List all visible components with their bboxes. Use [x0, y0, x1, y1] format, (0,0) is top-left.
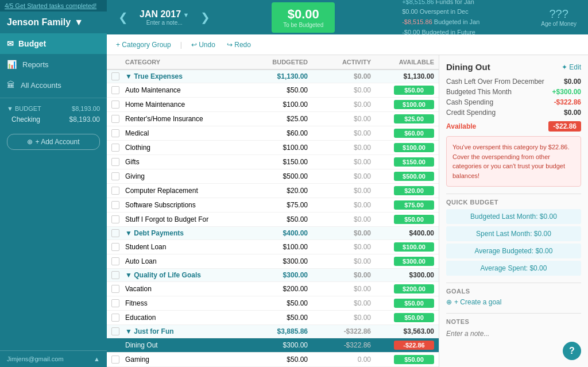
row-available: $1,130.00 [371, 72, 434, 80]
row-checkbox[interactable] [111, 243, 119, 251]
notes-input[interactable] [446, 330, 581, 338]
row-budgeted[interactable]: $150.00 [245, 158, 308, 166]
table-row[interactable]: ▼ Just for Fun$3,885.86-$322.86$3,563.00 [107, 325, 439, 338]
row-budgeted[interactable]: $300.00 [245, 257, 308, 265]
quick-budget-item[interactable]: Budgeted Last Month: $0.00 [446, 209, 581, 224]
table-row[interactable]: Gaming$50.000.00$50.00 [107, 353, 439, 367]
help-button[interactable]: ? [563, 342, 581, 360]
row-checkbox[interactable] [111, 201, 119, 209]
row-available: $50.00 [371, 86, 434, 95]
quick-budget-item[interactable]: Average Spent: $0.00 [446, 261, 581, 276]
row-checkbox[interactable] [111, 299, 119, 307]
table-row[interactable]: Software Subscriptions$75.00$0.00$75.00 [107, 198, 439, 213]
row-budgeted[interactable]: $50.00 [245, 215, 308, 223]
row-activity: $0.00 [308, 201, 371, 209]
month-dropdown-icon[interactable]: ▼ [183, 11, 189, 18]
row-activity: -$322.86 [308, 327, 371, 335]
table-row[interactable]: Stuff I Forgot to Budget For$50.00$0.00$… [107, 213, 439, 227]
next-month-button[interactable]: ❯ [200, 10, 210, 24]
row-checkbox[interactable] [111, 187, 119, 195]
row-budgeted[interactable]: $20.00 [245, 187, 308, 195]
available-badge: -$22.86 [548, 121, 581, 132]
row-budgeted[interactable]: $100.00 [245, 101, 308, 109]
row-budgeted[interactable]: $50.00 [245, 356, 308, 364]
row-checkbox[interactable] [111, 257, 119, 265]
row-budgeted[interactable]: $100.00 [245, 144, 308, 152]
row-checkbox[interactable] [111, 356, 119, 364]
table-row[interactable]: ▼ True Expenses$1,130.00$0.00$1,130.00 [107, 70, 439, 83]
redo-button[interactable]: ↪ Redo [225, 40, 253, 50]
table-row[interactable]: Renter's/Home Insurance$25.00$0.00$25.00 [107, 112, 439, 126]
table-row[interactable]: Clothing$100.00$0.00$100.00 [107, 141, 439, 155]
sidebar-item-all-accounts[interactable]: 🏛 All Accounts [0, 75, 107, 95]
table-row[interactable]: Giving$500.00$0.00$500.00 [107, 169, 439, 184]
prev-month-button[interactable]: ❮ [118, 10, 128, 24]
row-checkbox[interactable] [111, 129, 119, 137]
tasks-link[interactable]: 4/5 Get Started tasks completed! [5, 2, 96, 9]
table-row[interactable]: Student Loan$100.00$0.00$100.00 [107, 240, 439, 254]
chevron-up-icon[interactable]: ▲ [94, 356, 100, 362]
row-budgeted[interactable]: $100.00 [245, 243, 308, 251]
row-checkbox[interactable] [111, 158, 119, 166]
sidebar-reports-label: Reports [22, 60, 49, 69]
row-budgeted[interactable]: $500.00 [245, 172, 308, 180]
row-checkbox[interactable] [111, 101, 119, 109]
table-row[interactable]: Fitness$50.00$0.00$50.00 [107, 296, 439, 311]
edit-button[interactable]: ✦ Edit [562, 63, 581, 71]
warning-box: You've overspent this category by $22.86… [446, 136, 581, 187]
row-budgeted[interactable]: $200.00 [245, 285, 308, 293]
quick-budget-item[interactable]: Average Budgeted: $0.00 [446, 244, 581, 258]
user-email: Jimjens@gmail.com [7, 356, 64, 362]
note-hint[interactable]: Enter a note... [140, 20, 189, 26]
row-checkbox[interactable] [111, 285, 119, 293]
to-budget-label: To be Budgeted [283, 22, 323, 28]
table-row[interactable]: Computer Replacement$20.00$0.00$20.00 [107, 184, 439, 198]
row-budgeted[interactable]: $75.00 [245, 201, 308, 209]
row-budgeted[interactable]: $50.00 [245, 299, 308, 307]
row-checkbox[interactable] [111, 327, 119, 335]
row-checkbox[interactable] [111, 72, 119, 80]
table-row[interactable]: ▼ Debt Payments$400.00$0.00$400.00 [107, 227, 439, 240]
row-checkbox[interactable] [111, 144, 119, 152]
row-budgeted[interactable]: $25.00 [245, 115, 308, 123]
sidebar-budget-label: Budget [18, 39, 46, 48]
table-row[interactable]: Education$50.00$0.00$50.00 [107, 311, 439, 325]
row-checkbox[interactable] [111, 271, 119, 279]
table-row[interactable]: Auto Loan$300.00$0.00$300.00 [107, 254, 439, 269]
row-name: Gifts [125, 158, 245, 166]
row-checkbox[interactable] [111, 86, 119, 94]
quick-budget-item[interactable]: Spent Last Month: $0.00 [446, 226, 581, 241]
to-budget-box: $0.00 To be Budgeted [272, 2, 335, 33]
row-checkbox[interactable] [111, 314, 119, 322]
row-name: ▼ True Expenses [125, 72, 245, 80]
table-row[interactable]: Dining Out$300.00-$322.86-$22.86 [107, 338, 439, 353]
row-name: Clothing [125, 144, 245, 152]
row-budgeted[interactable]: $300.00 [245, 341, 308, 349]
table-row[interactable]: Medical$60.00$0.00$60.00 [107, 126, 439, 141]
create-goal-button[interactable]: ⊕ + Create a goal [446, 298, 581, 306]
row-available: $75.00 [371, 200, 434, 210]
row-checkbox[interactable] [111, 215, 119, 223]
table-row[interactable]: Gifts$150.00$0.00$150.00 [107, 155, 439, 169]
row-checkbox[interactable] [111, 341, 119, 349]
row-budgeted[interactable]: $60.00 [245, 129, 308, 137]
add-account-button[interactable]: ⊕ + Add Account [7, 134, 100, 150]
sidebar-item-reports[interactable]: 📊 Reports [0, 54, 107, 75]
row-checkbox[interactable] [111, 172, 119, 180]
category-group-button[interactable]: + Category Group [114, 40, 173, 50]
row-activity: $0.00 [308, 229, 371, 237]
panel-stat-row: Credit Spending$0.00 [446, 109, 581, 117]
table-row[interactable]: Vacation$200.00$0.00$200.00 [107, 282, 439, 296]
sidebar-item-budget[interactable]: ✉ Budget [0, 33, 107, 54]
family-selector[interactable]: Jenson Family ▼ [0, 11, 107, 33]
checking-account-row[interactable]: Checking $8,193.00 [7, 114, 100, 125]
row-available: $300.00 [371, 271, 434, 279]
row-checkbox[interactable] [111, 229, 119, 237]
table-row[interactable]: Home Maintenance$100.00$0.00$100.00 [107, 98, 439, 112]
row-budgeted[interactable]: $50.00 [245, 86, 308, 94]
table-row[interactable]: ▼ Quality of Life Goals$300.00$0.00$300.… [107, 269, 439, 282]
row-checkbox[interactable] [111, 115, 119, 123]
table-row[interactable]: Auto Maintenance$50.00$0.00$50.00 [107, 83, 439, 98]
row-budgeted[interactable]: $50.00 [245, 314, 308, 322]
undo-button[interactable]: ↩ Undo [189, 40, 218, 50]
